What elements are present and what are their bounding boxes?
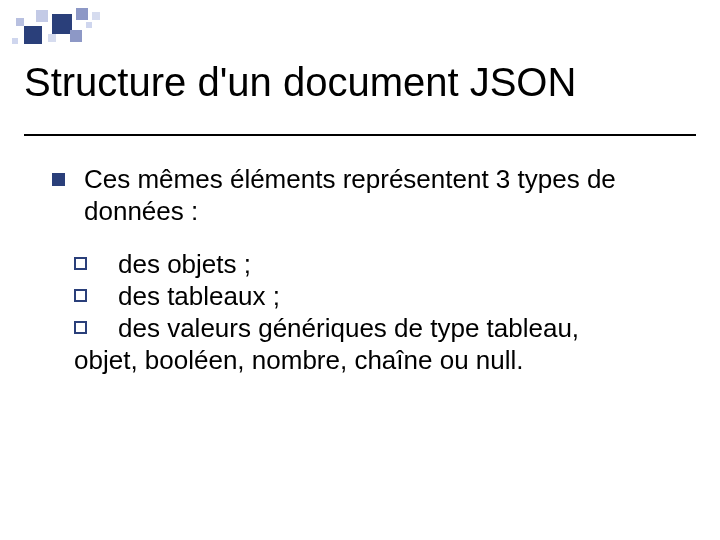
hollow-square-bullet-icon [74, 289, 87, 302]
hollow-square-bullet-icon [74, 321, 87, 334]
slide: Structure d'un document JSON Ces mêmes é… [0, 0, 720, 540]
bullet-level2: des valeurs génériques de type tableau, [74, 313, 680, 345]
level2-item: des objets ; [118, 249, 251, 279]
bullet-level1: Ces mêmes éléments représentent 3 types … [52, 164, 680, 227]
slide-title: Structure d'un document JSON [24, 60, 576, 105]
sub-bullet-list: des objets ; des tableaux ; des valeurs … [74, 249, 680, 376]
decorative-squares [8, 8, 148, 44]
bullet-level2: des objets ; [74, 249, 680, 281]
level2-item: des tableaux ; [118, 281, 280, 311]
square-bullet-icon [52, 173, 65, 186]
bullet-level2: des tableaux ; [74, 281, 680, 313]
level2-item: des valeurs génériques de type tableau, [118, 313, 579, 343]
level1-text: Ces mêmes éléments représentent 3 types … [84, 164, 616, 226]
level2-continuation: objet, booléen, nombre, chaîne ou null. [74, 345, 680, 377]
slide-body: Ces mêmes éléments représentent 3 types … [52, 164, 680, 376]
hollow-square-bullet-icon [74, 257, 87, 270]
title-underline [24, 134, 696, 136]
